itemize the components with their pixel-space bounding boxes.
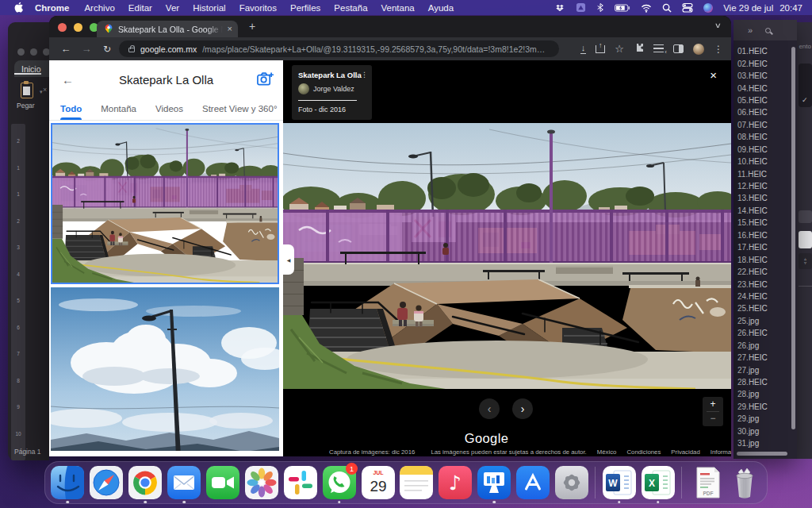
menu-item[interactable]: Archivo (84, 3, 114, 13)
dock-keynote-icon[interactable] (476, 464, 513, 501)
paste-button-label[interactable]: Pegar (17, 102, 35, 110)
spotlight-icon[interactable] (662, 3, 672, 13)
file-row[interactable]: 26.jpg (733, 340, 791, 352)
main-photo[interactable] (283, 123, 731, 389)
horizontal-scrollbar[interactable] (737, 452, 787, 456)
file-row[interactable]: 23.HEIC (733, 278, 791, 290)
dropbox-icon[interactable] (554, 4, 565, 12)
menu-item[interactable]: Favoritos (239, 3, 277, 13)
paste-caret-icon[interactable]: ▾ (40, 89, 43, 95)
add-photo-camera-icon[interactable] (257, 71, 274, 90)
search-icon[interactable] (765, 28, 771, 33)
word-traffic-lights[interactable] (17, 48, 50, 56)
lock-icon[interactable] (128, 48, 135, 52)
file-row[interactable]: 24.HEIC (733, 291, 791, 302)
file-row[interactable]: 13.HEIC (733, 192, 791, 204)
file-row[interactable]: 12.HEIC (733, 180, 791, 192)
extensions-icon[interactable] (634, 42, 644, 56)
download-icon[interactable]: ↓ (580, 44, 587, 54)
dock-excel-icon[interactable]: X (639, 464, 676, 501)
file-row[interactable]: 29.jpg (733, 413, 791, 425)
footer-item[interactable]: Condiciones (626, 448, 661, 456)
file-row[interactable]: 09.HEIC (733, 144, 791, 156)
file-row[interactable]: 03.HEIC (733, 70, 791, 82)
file-row[interactable]: 27.jpg (733, 364, 791, 375)
bluetooth-icon[interactable] (596, 2, 604, 13)
footer-item[interactable]: Privacidad (671, 448, 699, 456)
word-window[interactable]: Inicio ▾ × Pegar 2112345678910 Página 1 (8, 22, 49, 460)
bookmark-star-icon[interactable]: ☆ (615, 44, 624, 54)
dock-notes-icon[interactable] (398, 464, 435, 501)
dock-appstore-icon[interactable] (515, 464, 552, 501)
files-window[interactable]: » 01.HEIC02.HEIC03.HEIC04.HEIC05.HEIC06.… (733, 20, 797, 459)
file-row[interactable]: 16.HEIC (733, 229, 791, 241)
file-row[interactable]: 25.jpg (733, 315, 791, 327)
apple-menu-icon[interactable] (14, 2, 24, 14)
file-row[interactable]: 06.HEIC (733, 106, 791, 118)
previous-photo-button[interactable]: ‹ (479, 398, 500, 419)
menu-item[interactable]: Ventana (381, 3, 415, 13)
dock-pdf-document-icon[interactable]: PDF (687, 464, 724, 501)
file-row[interactable]: 30.jpg (733, 425, 791, 437)
file-row[interactable]: 25.HEIC (733, 302, 791, 314)
tab-close-icon[interactable]: × (228, 25, 232, 33)
dock-safari-icon[interactable] (88, 464, 125, 501)
maps-tab[interactable]: Montaña (101, 98, 136, 120)
dock-finder-icon[interactable] (49, 464, 86, 501)
zoom-out-button[interactable]: − (710, 412, 715, 426)
file-row[interactable]: 04.HEIC (733, 82, 791, 94)
chrome-menu-icon[interactable]: ⋮ (714, 44, 723, 54)
vertical-scrollbar[interactable] (791, 47, 795, 429)
zoom-control[interactable]: + − (703, 397, 723, 426)
viewer-close-icon[interactable]: × (710, 68, 717, 82)
menu-item[interactable]: Ayuda (428, 3, 454, 13)
photo-thumbnail-sky[interactable] (51, 287, 279, 451)
card-author[interactable]: Jorge Valdez (313, 85, 354, 93)
control-center-icon[interactable] (682, 2, 693, 13)
file-row[interactable]: 29.HEIC (733, 401, 791, 413)
file-row[interactable]: 18.HEIC (733, 253, 791, 265)
footer-item[interactable]: Informar un problema (710, 448, 731, 456)
dock-mail-icon[interactable] (166, 464, 203, 501)
footer-item[interactable]: Las imágenes pueden estar sujetas a dere… (431, 448, 586, 456)
file-row[interactable]: 11.HEIC (733, 167, 791, 179)
footer-item[interactable]: México (597, 448, 617, 456)
file-row[interactable]: 27.HEIC (733, 352, 791, 364)
file-row[interactable]: 14.HEIC (733, 205, 791, 217)
footer-item[interactable]: Captura de imágenes: dic 2016 (329, 448, 415, 456)
dock-trash-icon[interactable] (726, 464, 763, 501)
menu-clock[interactable]: Vie 29 de jul 20:47 (723, 3, 802, 13)
file-row[interactable]: 07.HEIC (733, 119, 791, 131)
profile-avatar[interactable] (693, 44, 704, 55)
dock-whatsapp-icon[interactable]: 1 (320, 464, 358, 501)
battery-icon[interactable] (615, 3, 630, 13)
dock-photos-icon[interactable] (243, 464, 280, 501)
reload-button[interactable]: ↻ (97, 44, 117, 55)
file-row[interactable]: 08.HEIC (733, 131, 791, 143)
media-controls-icon[interactable]: ‹ (653, 44, 664, 53)
menu-item[interactable]: Perfiles (290, 3, 320, 13)
wifi-icon[interactable] (641, 3, 652, 13)
file-row[interactable]: 02.HEIC (733, 57, 791, 69)
tab-search-icon[interactable]: ∨ (714, 21, 722, 29)
dock-facetime-icon[interactable] (205, 464, 242, 501)
dock-word-icon[interactable]: W (600, 464, 638, 501)
maps-tab[interactable]: Todo (60, 98, 82, 120)
address-bar[interactable]: google.com.mx/maps/place/Skatepark+La+Ol… (119, 40, 559, 57)
double-chevron-icon[interactable]: » (748, 25, 753, 35)
file-row[interactable]: 26.HEIC (733, 327, 791, 339)
siri-icon[interactable] (703, 3, 713, 13)
panel-back-button[interactable]: ← (62, 73, 74, 87)
file-row[interactable]: 22.HEIC (733, 266, 791, 278)
collapse-panel-button[interactable]: ◀ (283, 244, 294, 275)
browser-tab[interactable]: Skatepark La Olla - Google Ma × (97, 21, 238, 37)
author-avatar[interactable] (298, 83, 309, 94)
file-row[interactable]: 31.jpg (733, 437, 791, 449)
paste-clipboard-icon[interactable] (21, 83, 33, 98)
dock-calendar-icon[interactable]: JUL29 (359, 464, 396, 501)
menu-item[interactable]: Pestaña (334, 3, 367, 13)
back-button[interactable]: ← (56, 43, 76, 55)
menu-app-name[interactable]: Chrome (35, 3, 69, 13)
window-traffic-lights[interactable] (58, 23, 98, 32)
new-tab-button[interactable]: + (249, 20, 255, 33)
